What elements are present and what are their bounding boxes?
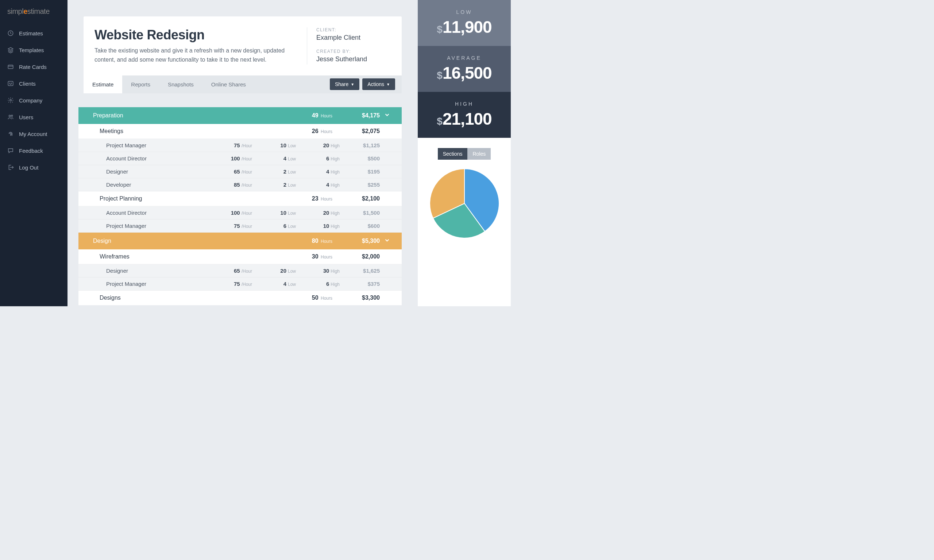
nav-templates[interactable]: Templates: [0, 42, 68, 58]
group-hours: 23 Hours: [292, 195, 332, 202]
toggle-roles[interactable]: Roles: [467, 148, 491, 160]
group-header[interactable]: Meetings26 Hours$2,075: [79, 124, 402, 139]
gear-icon: [7, 97, 14, 103]
nav-users[interactable]: Users: [0, 109, 68, 125]
nav-label: Estimates: [19, 30, 43, 37]
role-rate: 75/Hour: [208, 281, 252, 287]
tab-reports[interactable]: Reports: [122, 75, 159, 93]
role-amount: $375: [340, 281, 380, 287]
group-header[interactable]: Project Planning23 Hours$2,100: [79, 191, 402, 206]
share-button[interactable]: Share▼: [330, 78, 359, 90]
role-amount: $1,625: [340, 268, 380, 274]
group-name: Designs: [100, 295, 292, 301]
createdby-value: Jesse Sutherland: [316, 55, 387, 63]
group-name: Wireframes: [100, 253, 292, 260]
svg-point-5: [10, 100, 12, 102]
role-row[interactable]: Designer65/Hour2Low4High$195: [79, 165, 402, 178]
client-label: CLIENT:: [316, 27, 387, 32]
nav-label: Templates: [19, 47, 44, 53]
stat-low-value: 11,900: [442, 17, 492, 37]
sidebar: simplestimate Estimates Templates Rate C…: [0, 0, 68, 306]
role-low: 2Low: [252, 182, 296, 188]
role-row[interactable]: Account Director100/Hour4Low6High$500: [79, 152, 402, 165]
role-low: 4Low: [252, 155, 296, 162]
page-description: Take the existing website and give it a …: [94, 46, 295, 65]
role-name: Developer: [106, 182, 208, 188]
nav-log-out[interactable]: Log Out: [0, 159, 68, 176]
group-hours: 26 Hours: [292, 128, 332, 135]
role-name: Account Director: [106, 155, 208, 162]
role-high: 20High: [296, 210, 340, 216]
clock-icon: [7, 30, 14, 37]
nav-label: Feedback: [19, 148, 43, 154]
chart-toggle: Sections Roles: [418, 148, 511, 160]
section-header[interactable]: Preparation49 Hours$4,175: [79, 107, 402, 124]
role-row[interactable]: Developer85/Hour2Low4High$255: [79, 178, 402, 191]
stat-avg-label: AVERAGE: [425, 55, 504, 61]
section-name: Preparation: [93, 112, 292, 119]
role-high: 10High: [296, 223, 340, 229]
toggle-sections[interactable]: Sections: [438, 148, 468, 160]
pie-chart: [418, 167, 511, 240]
nav-label: Users: [19, 114, 33, 120]
role-row[interactable]: Project Manager75/Hour4Low6High$375: [79, 277, 402, 291]
actions-button[interactable]: Actions▼: [362, 78, 395, 90]
group-amount: $2,100: [332, 195, 380, 202]
role-row[interactable]: Account Director100/Hour10Low20High$1,50…: [79, 206, 402, 220]
chevron-down-icon: [380, 112, 395, 120]
tab-online-shares[interactable]: Online Shares: [202, 75, 255, 93]
role-high: 4High: [296, 168, 340, 175]
group-hours: 50 Hours: [292, 295, 332, 301]
estimate-card: Website Redesign Take the existing websi…: [83, 16, 402, 93]
role-amount: $500: [340, 155, 380, 162]
nav-estimates[interactable]: Estimates: [0, 25, 68, 42]
nav-label: Rate Cards: [19, 64, 47, 70]
stat-high: HIGH $21,100: [418, 92, 511, 138]
role-name: Project Manager: [106, 281, 208, 287]
estimate-table: Preparation49 Hours$4,175Meetings26 Hour…: [79, 107, 402, 306]
role-rate: 100/Hour: [208, 210, 252, 216]
role-rate: 65/Hour: [208, 268, 252, 274]
role-low: 20Low: [252, 268, 296, 274]
nav-rate-cards[interactable]: Rate Cards: [0, 58, 68, 75]
group-amount: $2,000: [332, 253, 380, 260]
section-name: Design: [93, 238, 292, 244]
tab-estimate[interactable]: Estimate: [83, 75, 122, 93]
svg-point-6: [9, 115, 11, 117]
role-row[interactable]: Designer65/Hour20Low30High$1,625: [79, 264, 402, 277]
section-hours: 80 Hours: [292, 238, 332, 244]
svg-point-3: [9, 83, 10, 84]
role-low: 10Low: [252, 142, 296, 148]
card-icon: [7, 63, 14, 70]
caret-down-icon: ▼: [386, 82, 390, 86]
svg-point-4: [11, 83, 12, 84]
main-content: Website Redesign Take the existing websi…: [68, 0, 418, 306]
smile-icon: [7, 80, 14, 87]
role-row[interactable]: Project Manager75/Hour6Low10High$600: [79, 220, 402, 232]
logout-icon: [7, 164, 14, 171]
chevron-down-icon: [380, 237, 395, 245]
nav-feedback[interactable]: Feedback: [0, 142, 68, 159]
role-low: 10Low: [252, 210, 296, 216]
fingerprint-icon: [7, 131, 14, 137]
role-amount: $1,125: [340, 142, 380, 148]
caret-down-icon: ▼: [351, 82, 354, 86]
group-name: Meetings: [100, 128, 292, 135]
section-amount: $4,175: [332, 112, 380, 119]
role-row[interactable]: Project Manager75/Hour10Low20High$1,125: [79, 139, 402, 152]
nav-clients[interactable]: Clients: [0, 75, 68, 92]
group-header[interactable]: Wireframes30 Hours$2,000: [79, 249, 402, 264]
card-header: Website Redesign Take the existing websi…: [83, 16, 402, 75]
role-high: 6High: [296, 155, 340, 162]
summary-panel: LOW $11,900 AVERAGE $16,500 HIGH $21,100…: [418, 0, 511, 306]
role-rate: 85/Hour: [208, 182, 252, 188]
section-amount: $5,300: [332, 238, 380, 244]
nav-company[interactable]: Company: [0, 92, 68, 109]
role-amount: $255: [340, 182, 380, 188]
role-high: 30High: [296, 268, 340, 274]
tab-snapshots[interactable]: Snapshots: [159, 75, 202, 93]
nav-my-account[interactable]: My Account: [0, 125, 68, 142]
group-header[interactable]: Designs50 Hours$3,300: [79, 291, 402, 306]
section-header[interactable]: Design80 Hours$5,300: [79, 232, 402, 249]
role-rate: 65/Hour: [208, 168, 252, 175]
